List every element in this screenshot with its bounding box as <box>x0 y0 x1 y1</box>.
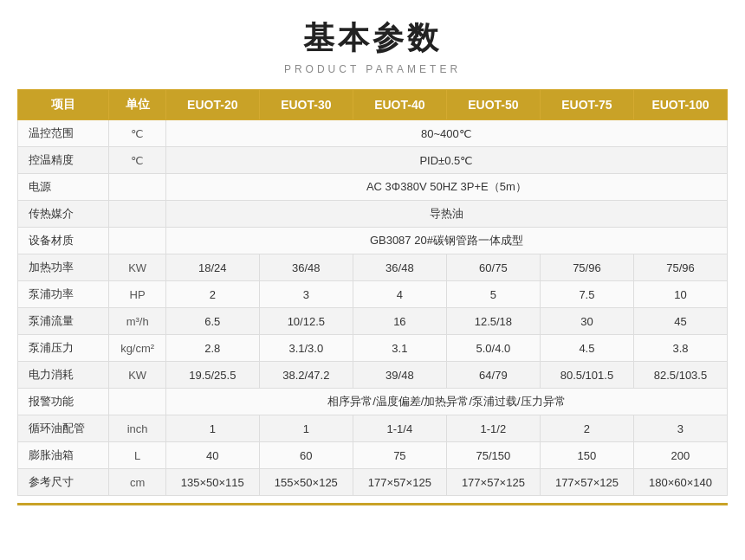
table-row: 电力消耗KW19.5/25.538.2/47.239/4864/7980.5/1… <box>18 362 728 389</box>
row-cell-6-5: 10 <box>633 281 727 308</box>
row-cell-5-1: 36/48 <box>259 254 353 281</box>
row-cell-9-1: 38.2/47.2 <box>259 362 353 389</box>
row-value-1: PID±0.5℃ <box>165 147 727 174</box>
row-cell-6-1: 3 <box>259 281 353 308</box>
row-cell-5-4: 75/96 <box>540 254 633 281</box>
row-cell-11-3: 1-1/2 <box>446 415 540 442</box>
row-cell-11-4: 2 <box>540 415 633 442</box>
column-header-5: EUOT-50 <box>446 90 540 120</box>
row-cell-9-3: 64/79 <box>446 362 540 389</box>
row-cell-12-3: 75/150 <box>446 442 540 469</box>
row-unit-2 <box>109 174 165 201</box>
row-label-9: 电力消耗 <box>18 362 109 389</box>
row-value-3: 导热油 <box>165 201 727 228</box>
row-cell-13-1: 155×50×125 <box>259 469 353 496</box>
row-cell-12-4: 150 <box>540 442 633 469</box>
row-cell-9-2: 39/48 <box>353 362 446 389</box>
row-unit-1: ℃ <box>109 147 165 174</box>
row-cell-11-5: 3 <box>633 415 727 442</box>
row-unit-5: KW <box>109 254 165 281</box>
row-label-10: 报警功能 <box>18 389 109 415</box>
column-header-1: 单位 <box>109 90 165 120</box>
row-label-11: 循环油配管 <box>18 415 109 442</box>
row-label-7: 泵浦流量 <box>18 308 109 335</box>
row-cell-9-0: 19.5/25.5 <box>165 362 259 389</box>
row-cell-8-1: 3.1/3.0 <box>259 335 353 362</box>
column-header-2: EUOT-20 <box>165 90 259 120</box>
row-label-0: 温控范围 <box>18 120 109 147</box>
row-unit-10 <box>109 389 165 415</box>
table-row: 泵浦压力kg/cm²2.83.1/3.03.15.0/4.04.53.8 <box>18 335 728 362</box>
row-label-2: 电源 <box>18 174 109 201</box>
row-cell-11-1: 1 <box>259 415 353 442</box>
row-label-6: 泵浦功率 <box>18 281 109 308</box>
row-label-8: 泵浦压力 <box>18 335 109 362</box>
table-row: 加热功率KW18/2436/4836/4860/7575/9675/96 <box>18 254 728 281</box>
row-cell-6-4: 7.5 <box>540 281 633 308</box>
row-cell-5-3: 60/75 <box>446 254 540 281</box>
column-header-3: EUOT-30 <box>259 90 353 120</box>
table-row: 循环油配管inch111-1/41-1/223 <box>18 415 728 442</box>
row-value-4: GB3087 20#碳钢管路一体成型 <box>165 228 727 254</box>
table-row: 泵浦功率HP23457.510 <box>18 281 728 308</box>
row-cell-7-2: 16 <box>353 308 446 335</box>
row-cell-12-0: 40 <box>165 442 259 469</box>
table-row: 温控范围℃80~400℃ <box>18 120 728 147</box>
row-cell-9-4: 80.5/101.5 <box>540 362 633 389</box>
row-unit-9: KW <box>109 362 165 389</box>
row-label-3: 传热媒介 <box>18 201 109 228</box>
row-cell-6-0: 2 <box>165 281 259 308</box>
row-cell-8-4: 4.5 <box>540 335 633 362</box>
table-row: 电源AC 3Φ380V 50HZ 3P+E（5m） <box>18 174 728 201</box>
row-cell-5-0: 18/24 <box>165 254 259 281</box>
row-unit-12: L <box>109 442 165 469</box>
row-label-4: 设备材质 <box>18 228 109 254</box>
row-cell-8-2: 3.1 <box>353 335 446 362</box>
column-header-7: EUOT-100 <box>633 90 727 120</box>
row-unit-8: kg/cm² <box>109 335 165 362</box>
table-row: 传热媒介导热油 <box>18 201 728 228</box>
column-header-6: EUOT-75 <box>540 90 633 120</box>
row-cell-5-5: 75/96 <box>633 254 727 281</box>
row-label-13: 参考尺寸 <box>18 469 109 496</box>
row-cell-8-0: 2.8 <box>165 335 259 362</box>
row-unit-6: HP <box>109 281 165 308</box>
page-title-en: PRODUCT PARAMETER <box>284 63 461 75</box>
row-unit-4 <box>109 228 165 254</box>
row-label-12: 膨胀油箱 <box>18 442 109 469</box>
row-cell-7-0: 6.5 <box>165 308 259 335</box>
row-unit-3 <box>109 201 165 228</box>
row-cell-13-4: 177×57×125 <box>540 469 633 496</box>
row-cell-9-5: 82.5/103.5 <box>633 362 727 389</box>
row-unit-11: inch <box>109 415 165 442</box>
row-cell-13-3: 177×57×125 <box>446 469 540 496</box>
row-cell-7-4: 30 <box>540 308 633 335</box>
row-unit-0: ℃ <box>109 120 165 147</box>
row-label-5: 加热功率 <box>18 254 109 281</box>
row-cell-8-3: 5.0/4.0 <box>446 335 540 362</box>
row-cell-12-5: 200 <box>633 442 727 469</box>
row-unit-7: m³/h <box>109 308 165 335</box>
table-row: 参考尺寸cm135×50×115155×50×125177×57×125177×… <box>18 469 728 496</box>
row-value-0: 80~400℃ <box>165 120 727 147</box>
bottom-divider <box>17 503 728 505</box>
row-cell-7-3: 12.5/18 <box>446 308 540 335</box>
row-cell-12-1: 60 <box>259 442 353 469</box>
table-row: 设备材质GB3087 20#碳钢管路一体成型 <box>18 228 728 254</box>
column-header-0: 项目 <box>18 90 109 120</box>
table-row: 控温精度℃PID±0.5℃ <box>18 147 728 174</box>
row-cell-12-2: 75 <box>353 442 446 469</box>
row-cell-13-2: 177×57×125 <box>353 469 446 496</box>
row-cell-6-2: 4 <box>353 281 446 308</box>
row-value-10: 相序异常/温度偏差/加热异常/泵浦过载/压力异常 <box>165 389 727 415</box>
row-label-1: 控温精度 <box>18 147 109 174</box>
parameter-table: 项目单位EUOT-20EUOT-30EUOT-40EUOT-50EUOT-75E… <box>17 89 728 496</box>
row-unit-13: cm <box>109 469 165 496</box>
table-row: 报警功能相序异常/温度偏差/加热异常/泵浦过载/压力异常 <box>18 389 728 415</box>
row-cell-5-2: 36/48 <box>353 254 446 281</box>
row-cell-7-1: 10/12.5 <box>259 308 353 335</box>
row-cell-11-0: 1 <box>165 415 259 442</box>
column-header-4: EUOT-40 <box>353 90 446 120</box>
row-cell-11-2: 1-1/4 <box>353 415 446 442</box>
row-cell-7-5: 45 <box>633 308 727 335</box>
